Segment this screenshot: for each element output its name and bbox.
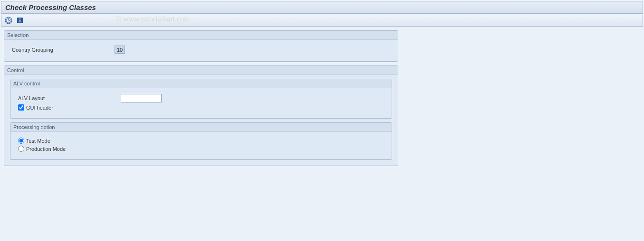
execute-button[interactable] xyxy=(4,16,13,25)
alv-layout-input[interactable] xyxy=(121,94,162,102)
page-title: Check Processing Classes xyxy=(5,3,96,11)
production-mode-row: Production Mode xyxy=(18,146,386,152)
test-mode-row: Test Mode xyxy=(18,138,386,144)
selection-group-title: Selection xyxy=(4,31,398,40)
svg-rect-6 xyxy=(19,20,20,22)
gui-header-row: GUI header xyxy=(18,104,386,111)
production-mode-radio[interactable] xyxy=(18,146,24,152)
alv-layout-row: ALV Layout xyxy=(16,94,386,102)
alv-control-title: ALV control xyxy=(10,79,392,88)
toolbar: © www.tutorialkart.com xyxy=(1,15,643,27)
alv-control-group: ALV control ALV Layout GUI header xyxy=(10,79,392,119)
processing-option-title: Processing option xyxy=(10,123,392,132)
execute-icon xyxy=(5,17,12,24)
production-mode-label: Production Mode xyxy=(26,146,66,152)
gui-header-label: GUI header xyxy=(26,105,53,111)
test-mode-label: Test Mode xyxy=(26,138,50,144)
test-mode-radio[interactable] xyxy=(18,138,24,144)
country-grouping-value[interactable]: 10 xyxy=(115,46,125,54)
info-icon xyxy=(16,17,24,24)
gui-header-checkbox[interactable] xyxy=(18,104,24,111)
watermark: © www.tutorialkart.com xyxy=(115,15,190,23)
svg-rect-5 xyxy=(19,19,20,19)
country-grouping-row: Country Grouping 10 xyxy=(10,46,392,54)
info-button[interactable] xyxy=(16,16,24,25)
title-bar: Check Processing Classes xyxy=(1,1,643,14)
selection-group: Selection Country Grouping 10 xyxy=(4,30,398,62)
content-area: Selection Country Grouping 10 Control AL… xyxy=(0,30,644,166)
control-group-title: Control xyxy=(4,66,398,75)
control-group: Control ALV control ALV Layout GUI heade… xyxy=(4,65,398,166)
alv-layout-label: ALV Layout xyxy=(16,95,121,101)
processing-option-group: Processing option Test Mode Production M… xyxy=(10,122,392,160)
country-grouping-label: Country Grouping xyxy=(10,47,115,53)
